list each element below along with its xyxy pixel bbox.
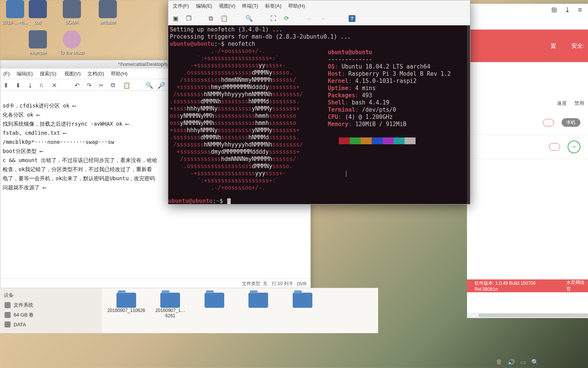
menu-icon[interactable]: ≡ <box>578 6 582 14</box>
search-icon[interactable]: 🔍 <box>531 359 539 366</box>
cut-icon[interactable]: ✂ <box>99 82 105 88</box>
color-swatch <box>328 137 339 144</box>
menu-edit[interactable]: 编辑(E) <box>17 70 33 77</box>
sidebar-item-filesystem[interactable]: 文件系统 <box>3 300 99 310</box>
desktop-icon[interactable]: example <box>23 30 53 55</box>
desktop-icon[interactable]: To the Moon <box>57 30 87 55</box>
search-icon[interactable]: 🔍 <box>146 82 152 88</box>
desktop-icon[interactable]: cos <box>23 0 53 25</box>
copy-icon[interactable]: ⧉ <box>111 82 117 88</box>
folder-icon <box>205 293 224 308</box>
folder-item[interactable]: 20160907_110626 <box>107 293 146 313</box>
filemanager-sidebar: 设备 文件系统 64 GB 卷 DATA <box>0 288 102 333</box>
color-swatch <box>405 137 416 144</box>
save-icon[interactable]: ⬇ <box>16 82 22 88</box>
menu-document[interactable]: 文档(D) <box>87 70 104 77</box>
output-line: Setting up neofetch (3.4.0-1) ... <box>170 26 469 33</box>
pill-blocked <box>543 119 554 126</box>
col-speed: 速度 <box>557 100 567 107</box>
preferences-icon[interactable]: ⟳ <box>284 15 289 22</box>
sidebar-item-volume[interactable]: 64 GB 卷 <box>3 310 99 320</box>
drive-icon <box>5 321 11 327</box>
replace-icon[interactable]: 🔎 <box>158 82 164 88</box>
browser-window: ⊞ ⤓ ≡ 置 安全: 速度 禁用 本机 − 软件版本: 1.0.49 Buil… <box>467 4 588 318</box>
table-row: 本机 <box>467 111 588 135</box>
terminal-scrollbar[interactable] <box>467 25 470 204</box>
desktop-icon[interactable]: SOMA <box>57 0 87 25</box>
folder-item[interactable] <box>239 293 278 308</box>
pill-blocked <box>549 143 560 151</box>
folder-item[interactable] <box>283 293 322 308</box>
paste-icon[interactable]: 📋 <box>123 82 129 88</box>
filemanager-window: 设备 文件系统 64 GB 卷 DATA 20160907_110626 201… <box>0 288 378 333</box>
download-icon[interactable]: ⤓ <box>565 6 570 14</box>
battery-icon[interactable]: ▭ <box>520 359 526 366</box>
volume-icon[interactable]: 🔊 <box>507 359 515 366</box>
fullscreen-icon[interactable]: ⛶ <box>270 15 276 22</box>
table-row: − <box>467 135 588 159</box>
menu-help[interactable]: 帮助(H) <box>288 3 305 9</box>
color-swatch <box>339 137 350 144</box>
neofetch-info: ubuntu@ubuntu ------------- OS: Ubuntu 1… <box>328 49 451 128</box>
menu-edit[interactable]: 编辑(E) <box>196 3 212 9</box>
status-filetype: 文件类型: 无 <box>242 281 267 287</box>
forward-icon[interactable]: → <box>320 15 326 22</box>
nav-item[interactable]: 置 <box>551 42 556 50</box>
new-tab-icon[interactable]: ▣ <box>173 15 178 22</box>
color-swatch <box>394 137 405 144</box>
drive-icon <box>5 312 11 318</box>
open-icon[interactable]: ⬆ <box>3 82 9 88</box>
table-header: 速度 禁用 <box>467 96 588 111</box>
menu-file[interactable]: 文件(F) <box>173 3 189 9</box>
menu-help[interactable]: 帮助(H) <box>111 70 127 77</box>
terminal-output[interactable]: Setting up neofetch (3.4.0-1) ... Proces… <box>168 25 470 204</box>
folder-item[interactable] <box>195 293 234 308</box>
col-disable: 禁用 <box>574 100 584 107</box>
nav-item[interactable]: 安全: <box>571 42 584 50</box>
horizontal-scrollbar[interactable] <box>467 313 586 318</box>
undo-icon[interactable]: ↶ <box>74 82 81 88</box>
text-cursor-icon <box>346 171 346 177</box>
folder-item[interactable]: 20160907_1…6261 <box>150 293 190 318</box>
close-icon[interactable]: ✕ <box>52 82 58 88</box>
pill-local: 本机 <box>562 118 580 127</box>
desktop-icon[interactable]: writable <box>93 0 123 25</box>
menu-search[interactable]: 搜索(S): <box>40 70 57 77</box>
menu-terminal[interactable]: 终端(T) <box>242 3 258 9</box>
disable-toggle[interactable]: − <box>568 140 580 153</box>
color-swatch <box>372 137 383 144</box>
status-bar: 文件类型: 无 行:10 列:9 OVR <box>0 278 310 289</box>
status-position: 行:10 列:9 <box>272 281 292 287</box>
footer-version: 软件版本: 1.0.49 Build 150706 Rel.58081n <box>475 280 555 292</box>
color-swatch <box>383 137 394 144</box>
menu-tabs[interactable]: 标签(A) <box>265 3 281 9</box>
menu-view[interactable]: 视图(V) <box>219 3 235 9</box>
menu-file[interactable]: (F) <box>3 71 10 76</box>
menu-view[interactable]: 视图(V) <box>64 70 81 77</box>
browser-footer: 软件版本: 1.0.49 Build 150706 Rel.58081n 水星网… <box>467 279 588 292</box>
help-icon[interactable]: ? <box>349 15 355 22</box>
paste-icon[interactable]: 📋 <box>220 15 228 22</box>
output-line: Processing triggers for man-db (2.8.3-2u… <box>170 33 469 41</box>
folder-icon <box>293 293 312 308</box>
drive-icon <box>5 302 11 308</box>
copy-icon[interactable]: ⧉ <box>209 15 213 22</box>
search-icon[interactable]: 🔍 <box>245 15 253 22</box>
revert-icon[interactable]: ⎌ <box>40 82 46 88</box>
back-icon[interactable]: ← <box>306 15 312 22</box>
terminal-window: 文件(F) 编辑(E) 视图(V) 终端(T) 标签(A) 帮助(H) ▣ ❐ … <box>168 0 470 204</box>
folder-icon <box>160 293 180 308</box>
new-window-icon[interactable]: ❐ <box>186 15 191 22</box>
sidebar-section-title: 设备 <box>3 290 99 300</box>
color-swatches <box>328 137 416 144</box>
sidebar-item-data[interactable]: DATA <box>3 320 99 329</box>
prompt-line: ubuntu@ubuntu:~$ neofetch <box>170 41 469 48</box>
folder-icon <box>116 293 136 308</box>
trash-icon[interactable]: 🗑 <box>496 359 502 365</box>
terminal-menubar: 文件(F) 编辑(E) 视图(V) 终端(T) 标签(A) 帮助(H) <box>168 0 470 12</box>
apps-icon[interactable]: ⊞ <box>551 6 557 14</box>
saveas-icon[interactable]: ⤓ <box>28 82 34 88</box>
terminal-toolbar: ▣ ❐ ⧉ 📋 🔍 ⛶ ⟳ ← → ? <box>168 12 470 25</box>
redo-icon[interactable]: ↷ <box>87 82 93 88</box>
color-swatch <box>361 137 372 144</box>
